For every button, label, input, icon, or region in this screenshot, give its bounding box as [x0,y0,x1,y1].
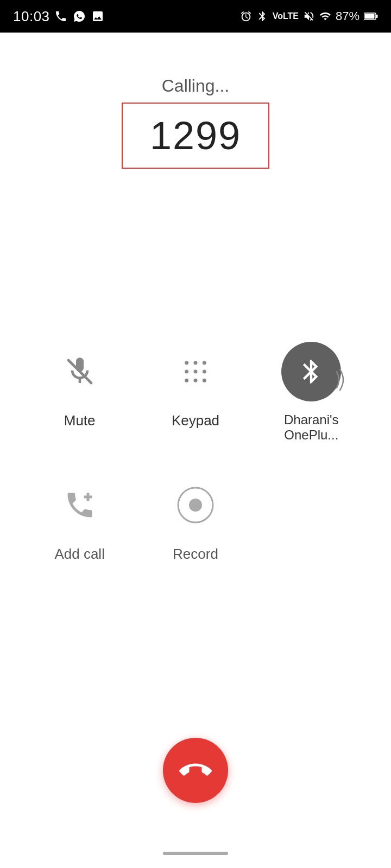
add-call-icon-container [50,475,110,535]
battery-icon [364,10,378,22]
add-call-label: Add call [54,546,105,563]
mute-icon [65,356,95,387]
phone-number: 1299 [150,113,241,158]
add-call-icon [64,489,96,521]
svg-point-11 [193,379,197,382]
silent-icon [303,10,315,22]
bluetooth-wave-icon [335,366,348,393]
add-call-button[interactable]: Add call [36,475,123,563]
keypad-icon-container [166,342,225,401]
mute-label: Mute [64,412,96,429]
status-left-icons [54,10,104,23]
whatsapp-status-icon [73,10,86,23]
bluetooth-device-button[interactable]: Dharani's OnePlu... [268,342,355,443]
phone-number-highlight-box: 1299 [122,103,269,169]
bluetooth-device-icon [297,358,325,386]
svg-point-6 [203,361,206,365]
call-screen: Calling... 1299 Mute [0,33,391,868]
controls-row-1: Mute Keypad [0,326,391,459]
record-icon-container [166,475,225,535]
svg-point-9 [203,370,206,374]
record-button[interactable]: Record [152,475,239,563]
end-call-icon [179,754,212,787]
status-time: 10:03 [13,8,50,25]
battery-percent: 87% [336,9,360,23]
mute-icon-container [50,342,110,401]
svg-point-14 [189,499,202,512]
status-bar: 10:03 VoLTE 87% [0,0,391,33]
keypad-button[interactable]: Keypad [152,342,239,443]
end-call-button[interactable] [163,738,228,803]
controls-row-2: Add call Record [0,459,391,579]
mute-button[interactable]: Mute [36,342,123,443]
svg-point-10 [185,379,188,382]
bluetooth-device-icon-circle [281,342,341,401]
svg-rect-1 [376,15,378,18]
signal-icon [319,10,331,22]
svg-rect-2 [365,14,375,19]
svg-point-4 [185,361,188,365]
status-right-icons: VoLTE 87% [240,9,378,23]
home-indicator [163,852,228,855]
svg-point-7 [185,370,188,374]
record-icon [176,486,215,524]
gallery-status-icon [91,10,104,23]
svg-point-12 [203,379,206,382]
keypad-icon [180,356,211,387]
calling-label: Calling... [122,76,269,96]
phone-status-icon [54,10,67,23]
svg-point-8 [193,370,197,374]
volte-icon: VoLTE [273,11,299,21]
bluetooth-status-icon [256,10,268,22]
controls-grid: Mute Keypad [0,326,391,579]
bluetooth-circle-container [281,342,341,401]
record-label: Record [173,546,218,563]
bluetooth-device-label: Dharani's OnePlu... [268,412,355,443]
alarm-icon [240,10,252,22]
calling-status: Calling... 1299 [122,76,269,169]
svg-point-5 [193,361,197,365]
keypad-label: Keypad [172,412,219,429]
